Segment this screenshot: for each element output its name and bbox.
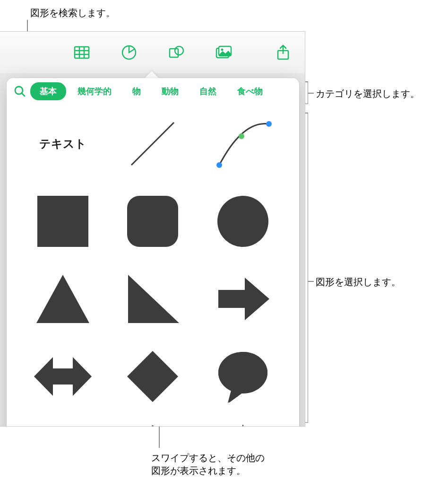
- shape-triangle[interactable]: [32, 268, 94, 330]
- toolbar: [0, 32, 305, 73]
- svg-point-7: [175, 46, 183, 55]
- shape-pentagon[interactable]: [122, 423, 183, 427]
- category-tab-basic[interactable]: 基本: [30, 82, 66, 100]
- shape-rounded-square[interactable]: [122, 191, 183, 252]
- table-icon[interactable]: [71, 42, 92, 63]
- svg-point-10: [221, 49, 223, 51]
- annotation-line: [308, 93, 314, 94]
- annotation-line: [308, 281, 314, 282]
- svg-rect-6: [170, 49, 178, 57]
- media-icon[interactable]: [213, 42, 234, 63]
- svg-rect-18: [37, 196, 88, 247]
- shape-double-arrow[interactable]: [32, 346, 94, 407]
- shape-square[interactable]: [32, 191, 94, 252]
- shape-arrow-right[interactable]: [212, 268, 274, 330]
- svg-line-14: [131, 122, 174, 165]
- svg-marker-28: [127, 425, 178, 427]
- shape-diamond[interactable]: [122, 346, 183, 407]
- svg-point-15: [216, 162, 222, 168]
- shape-text[interactable]: テキスト: [32, 113, 94, 175]
- category-tab-objects[interactable]: 物: [123, 82, 150, 100]
- shapes-popover: 基本 幾何学的 物 動物 自然 食べ物 テキスト: [7, 78, 299, 427]
- svg-point-20: [217, 196, 268, 247]
- annotation-select-shape: 図形を選択します。: [316, 276, 401, 289]
- svg-line-13: [22, 93, 25, 96]
- svg-rect-19: [127, 196, 178, 247]
- chart-icon[interactable]: [119, 42, 139, 63]
- shape-star[interactable]: [212, 423, 274, 427]
- svg-point-16: [266, 121, 272, 127]
- annotation-line: [159, 423, 160, 448]
- svg-marker-24: [34, 357, 92, 396]
- shape-right-triangle[interactable]: [122, 268, 183, 330]
- search-icon[interactable]: [11, 83, 28, 100]
- category-tab-food[interactable]: 食べ物: [228, 82, 272, 100]
- shape-curve[interactable]: [212, 113, 274, 175]
- shape-speech-bubble[interactable]: [212, 346, 274, 407]
- shape-rounded-bottom-rect[interactable]: [32, 423, 94, 427]
- annotation-swipe: スワイプすると、その他の 図形が表示されます。: [151, 452, 265, 477]
- svg-marker-21: [36, 275, 89, 323]
- category-bar: 基本 幾何学的 物 動物 自然 食べ物: [7, 78, 299, 105]
- svg-marker-23: [218, 278, 269, 320]
- app-window: 基本 幾何学的 物 動物 自然 食べ物 テキスト: [0, 31, 305, 427]
- category-tab-animals[interactable]: 動物: [152, 82, 188, 100]
- svg-point-17: [239, 133, 244, 139]
- category-tab-nature[interactable]: 自然: [190, 82, 226, 100]
- svg-rect-0: [75, 47, 89, 58]
- svg-marker-25: [127, 351, 178, 402]
- shapes-grid: テキスト: [7, 105, 299, 427]
- svg-point-26: [218, 352, 267, 394]
- shape-circle[interactable]: [212, 191, 274, 252]
- svg-marker-22: [128, 275, 179, 323]
- shape-icon[interactable]: [166, 42, 187, 63]
- annotation-category: カテゴリを選択します。: [316, 87, 420, 100]
- svg-marker-29: [215, 424, 271, 427]
- share-icon[interactable]: [273, 42, 293, 63]
- annotation-search: 図形を検索します。: [30, 7, 115, 19]
- category-tab-geometric[interactable]: 幾何学的: [68, 82, 121, 100]
- shape-text-label: テキスト: [39, 136, 86, 151]
- shape-line[interactable]: [122, 113, 183, 175]
